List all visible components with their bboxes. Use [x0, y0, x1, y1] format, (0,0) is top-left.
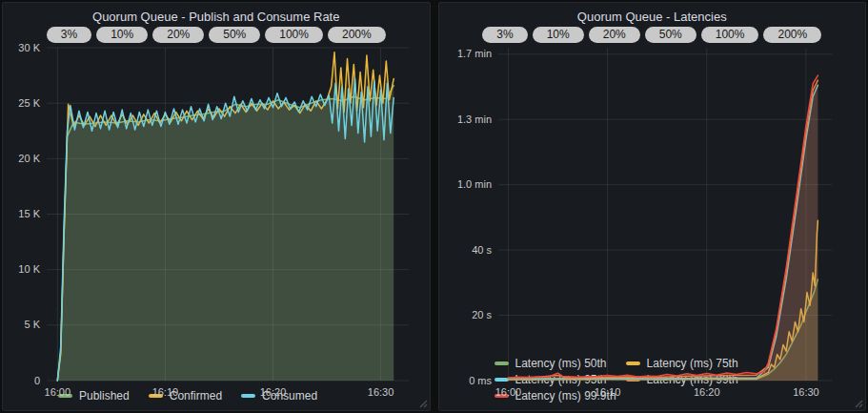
y-axis-tick-label: 15 K: [18, 208, 40, 219]
annotation-pill-20pct[interactable]: 20%: [152, 27, 204, 43]
panel-title[interactable]: Quorum Queue - Latencies: [577, 9, 727, 26]
panel-resize-handle[interactable]: [418, 399, 428, 408]
chart-publish-consume-rate[interactable]: 05 K10 K15 K20 K25 K30 K16:0016:1016:201…: [9, 40, 424, 388]
y-axis-tick-label: 40 s: [472, 244, 492, 256]
x-axis-tick-label: 16:20: [260, 386, 287, 398]
chart-canvas[interactable]: 05 K10 K15 K20 K25 K30 K16:0016:1016:201…: [9, 40, 424, 402]
annotation-pill-3pct[interactable]: 3%: [47, 27, 91, 43]
y-axis-tick-label: 0: [34, 375, 40, 386]
series-fill-latency-ms-95th: [508, 85, 818, 381]
panel-publish-consume-rate: Quorum Queue - Publish and Consume Rate …: [2, 2, 431, 411]
annotation-pills-row: 3% 10% 20% 50% 100% 200%: [445, 27, 860, 43]
annotation-pill-200pct[interactable]: 200%: [328, 27, 386, 43]
x-axis-tick-label: 16:30: [793, 386, 819, 398]
x-axis-tick-label: 16:30: [368, 386, 394, 398]
y-axis-tick-label: 5 K: [24, 319, 40, 330]
annotation-pill-200pct[interactable]: 200%: [763, 27, 821, 43]
x-axis-tick-label: 16:20: [693, 386, 719, 398]
y-axis-tick-label: 20 s: [472, 309, 492, 320]
y-axis-tick-label: 10 K: [18, 263, 40, 275]
y-axis-tick-label: 1.7 min: [456, 48, 491, 59]
annotation-pill-3pct[interactable]: 3%: [482, 27, 527, 43]
y-axis-tick-label: 0 ms: [469, 375, 492, 386]
annotation-pill-20pct[interactable]: 20%: [589, 27, 640, 43]
y-axis-tick-label: 30 K: [18, 42, 40, 53]
panel-title[interactable]: Quorum Queue - Publish and Consume Rate: [92, 9, 339, 26]
series-fill-latency-ms-99.9th: [508, 75, 818, 381]
chart-canvas[interactable]: 0 ms20 s40 s1.0 min1.3 min1.7 min16:0016…: [445, 40, 860, 402]
x-axis-tick-label: 16:10: [152, 386, 179, 398]
panel-resize-handle[interactable]: [854, 399, 863, 408]
annotation-pill-50pct[interactable]: 50%: [209, 27, 260, 43]
annotation-pill-50pct[interactable]: 50%: [645, 27, 696, 43]
series-line-latency-ms-99th: [508, 80, 818, 378]
annotation-pill-100pct[interactable]: 100%: [701, 27, 759, 43]
series-line-latency-ms-95th: [508, 85, 818, 379]
annotation-pills-row: 3% 10% 20% 50% 100% 200%: [9, 27, 424, 43]
panel-latencies: Quorum Queue - Latencies 3% 10% 20% 50% …: [438, 2, 867, 411]
panel-header: Quorum Queue - Latencies: [445, 8, 860, 26]
y-axis-tick-label: 1.3 min: [456, 114, 491, 125]
y-axis-tick-label: 20 K: [18, 153, 40, 164]
series-line-latency-ms-99.9th: [508, 75, 818, 378]
y-axis-tick-label: 1.0 min: [456, 178, 491, 190]
annotation-pill-100pct[interactable]: 100%: [265, 27, 323, 43]
x-axis-tick-label: 16:00: [495, 386, 521, 398]
annotation-pill-10pct[interactable]: 10%: [96, 27, 148, 43]
annotation-pill-10pct[interactable]: 10%: [533, 27, 584, 43]
panel-header: Quorum Queue - Publish and Consume Rate: [9, 8, 424, 26]
x-axis-tick-label: 16:10: [594, 386, 620, 398]
series-fill-latency-ms-99th: [508, 80, 818, 381]
x-axis-tick-label: 16:00: [45, 386, 71, 398]
chart-latencies[interactable]: 0 ms20 s40 s1.0 min1.3 min1.7 min16:0016…: [445, 40, 860, 356]
y-axis-tick-label: 25 K: [18, 97, 40, 109]
